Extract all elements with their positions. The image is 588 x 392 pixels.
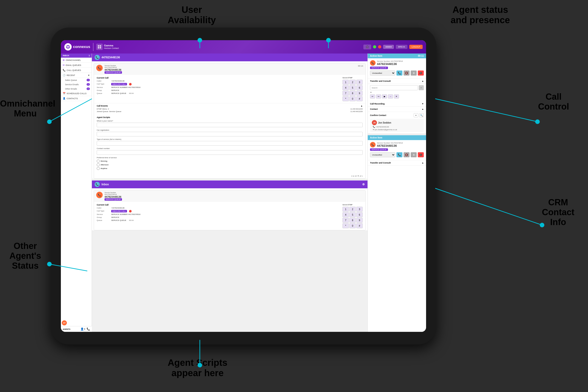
dtmf-star[interactable]: *: [342, 96, 349, 101]
dtmf-5[interactable]: 5: [349, 85, 356, 90]
service-emails-badge: 2: [86, 83, 90, 86]
sales-queue-label: Sales Queue: [65, 79, 77, 81]
sidebar-sub-sales-queue[interactable]: Sales Queue 1: [61, 78, 92, 82]
radio-morning[interactable]: Morning: [97, 160, 363, 162]
more-toggle[interactable]: ▼: [370, 91, 424, 94]
dtmf-grid-top: 1 2 3 4 5 6 7 8 9 *: [342, 80, 363, 101]
svg-point-2: [68, 46, 69, 47]
add-contact-btn[interactable]: +: [414, 113, 418, 117]
detail-row-group-b: Group SERVICE: [97, 216, 339, 218]
caller-info-top: Service Number 441793378516 447823448136…: [104, 65, 122, 74]
dtmf-hash[interactable]: #: [356, 96, 363, 101]
transfer-consult-header[interactable]: Transfer and Consult ▲: [368, 78, 426, 84]
dtmf-8[interactable]: 8: [349, 91, 356, 96]
dtmf-4[interactable]: 4: [342, 85, 349, 90]
status-select-top[interactable]: Unclassified: [370, 70, 395, 76]
dtmf-b-0[interactable]: 0: [349, 223, 356, 228]
search-contact-btn[interactable]: 🔍: [419, 113, 424, 117]
inbox-filter-icon[interactable]: ⚙: [362, 183, 365, 186]
radio-anytime[interactable]: Anytime: [97, 167, 363, 170]
dtmf-2[interactable]: 2: [349, 80, 356, 85]
transfer-btn-4[interactable]: →: [388, 94, 393, 98]
sidebar-item-scheduled-calls[interactable]: 📅 SCHEDULED CALLS: [61, 91, 92, 96]
dtmf-b-3[interactable]: 3: [356, 207, 363, 212]
dtmf-9[interactable]: 9: [356, 91, 363, 96]
main-content: INBOX 1 ⊞ OMNICHANNEL ✉ EMAIL QUEUES 📞 C…: [61, 54, 426, 332]
dtmf-b-6[interactable]: 6: [356, 212, 363, 217]
dtmf-3[interactable]: 3: [356, 80, 363, 85]
inbox-panel-bottom: 📞 Inbox ⚙ 📞 Service Number 441793378516 …: [92, 180, 368, 230]
radio-anytime-input[interactable]: [97, 167, 100, 170]
dtmf-b-9[interactable]: 9: [356, 218, 363, 223]
mute-btn-bottom[interactable]: 🔇: [404, 152, 410, 157]
hold-btn-top[interactable]: ⏸: [411, 70, 417, 76]
radio-afternoon-input[interactable]: [97, 163, 100, 166]
transfer-btn-1[interactable]: ↩: [370, 94, 375, 98]
break-btn[interactable]: BREAK: [396, 45, 408, 49]
sidebar-sub-service-emails[interactable]: Service Emails 2: [61, 82, 92, 86]
dtmf-b-hash[interactable]: #: [356, 223, 363, 228]
call-agent-icon[interactable]: 📞: [86, 328, 90, 331]
queue-timer-top: 00:04: [129, 92, 134, 94]
transfer-btn-5[interactable]: ✕: [394, 94, 399, 98]
dtmf-b-star[interactable]: *: [342, 223, 349, 228]
dtmf-b-5[interactable]: 5: [349, 212, 356, 217]
headset-btn[interactable]: 🎧: [363, 44, 371, 49]
dtmf-b-8[interactable]: 8: [349, 218, 356, 223]
dtmf-b-4[interactable]: 4: [342, 212, 349, 217]
dtmf-b-7[interactable]: 7: [342, 218, 349, 223]
top-bar-controls: 🎧 ●●●●● BREAK LOGOUT: [363, 44, 422, 49]
contact-header[interactable]: Contact ▲: [368, 106, 426, 112]
sidebar-item-contacts[interactable]: 👤 CONTACTS: [61, 96, 92, 101]
mute-btn-top[interactable]: 🔇: [404, 70, 410, 76]
sidebar-item-email-queues[interactable]: ✉ EMAIL QUEUES: [61, 63, 92, 68]
sidebar-item-recent[interactable]: 🕐 RECENT ▼: [61, 73, 92, 78]
dtmf-6[interactable]: 6: [356, 85, 363, 90]
status-btn[interactable]: ●●●●●: [383, 45, 394, 49]
phone-search-input[interactable]: [370, 85, 418, 90]
flag-icon-top: 🔴: [129, 83, 132, 86]
detail-row-service: Service SERVICE NUMBER 441793378516: [97, 86, 339, 88]
logout-btn[interactable]: LOGOUT: [409, 45, 422, 49]
current-call-section-top: Current Call Caller +447823448136 Call T…: [94, 75, 366, 103]
dtmf-1[interactable]: 1: [342, 80, 349, 85]
sidebar-item-omnichannel[interactable]: ⊞ OMNICHANNEL: [61, 58, 92, 63]
hangup-btn-bottom[interactable]: 📵: [418, 152, 424, 157]
status-select-bottom[interactable]: Unclassified: [370, 152, 395, 157]
dtmf-7[interactable]: 7: [342, 91, 349, 96]
inbox-panel-top: 📞 447823448136 📞 Service Number 44179337…: [92, 54, 368, 179]
transfer-btn-2[interactable]: ↪: [376, 94, 381, 98]
add-agent-icon[interactable]: 👤+: [80, 328, 86, 331]
dtmf-b-2[interactable]: 2: [349, 207, 356, 212]
sidebar-item-call-queues[interactable]: 📞 CALL QUEUES: [61, 68, 92, 73]
svg-point-1: [67, 46, 68, 47]
phone-minus-btn[interactable]: −: [419, 85, 424, 90]
hangup-btn-top[interactable]: 📵: [418, 70, 424, 76]
gamma-icon: [96, 44, 103, 50]
sidebar-sub-other-emails[interactable]: Other Emails 0: [61, 86, 92, 91]
hold-btn-bottom[interactable]: ⏸: [411, 152, 417, 157]
script-field-car: Car registration: [97, 129, 363, 136]
call-btn-top[interactable]: 📞: [396, 70, 402, 76]
transfer-consult-header-bottom[interactable]: Transfer and Consult ▲: [368, 160, 426, 166]
script-input-name[interactable]: [97, 123, 363, 127]
script-input-car[interactable]: [97, 132, 363, 136]
call-recording-header[interactable]: Call Recording ▼: [368, 101, 426, 106]
dtmf-0[interactable]: 0: [349, 96, 356, 101]
inbox-panel-header-bottom: 📞 Inbox ⚙: [92, 180, 368, 188]
radio-morning-input[interactable]: [97, 160, 100, 162]
caller-number-bottom: 447823448136: [104, 196, 122, 198]
inbox-phone-icon-bottom: 📞: [95, 182, 100, 187]
annotation-agent-status: Agent status and presence: [451, 4, 510, 25]
events-toggle[interactable]: ▲: [360, 105, 363, 107]
brand-name: connexus: [73, 45, 90, 49]
dtmf-b-1[interactable]: 1: [342, 207, 349, 212]
radio-afternoon[interactable]: Afternoon: [97, 163, 363, 166]
caller-number-top: 447823448136: [104, 68, 122, 71]
call-btn-bottom[interactable]: 📞: [396, 152, 402, 157]
transfer-btn-3[interactable]: ▶: [382, 94, 387, 98]
script-input-service[interactable]: [97, 141, 363, 146]
script-input-contact[interactable]: [97, 150, 363, 155]
detail-row-group: Group SERVICE: [97, 89, 339, 92]
call-card-header-bottom: 📞 Service Number 441793378516 4478234481…: [94, 190, 366, 202]
